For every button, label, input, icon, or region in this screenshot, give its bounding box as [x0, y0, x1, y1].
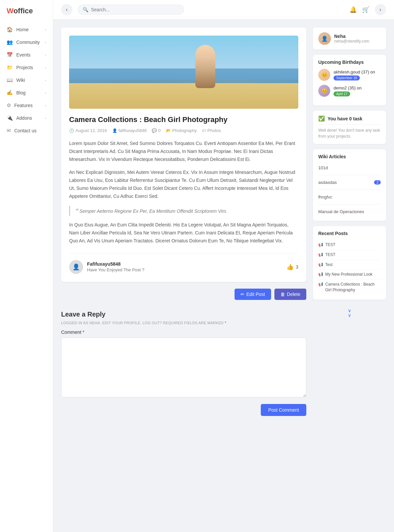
- check-icon: ✅: [318, 115, 325, 122]
- birthday-badge-1: September 18: [334, 75, 360, 80]
- recent-post-2[interactable]: 📢 Test: [318, 260, 381, 270]
- scroll-indicator: ∨ ∨: [313, 305, 386, 321]
- recent-post-text-0: TEST: [325, 242, 336, 248]
- chevron-icon: ›: [45, 40, 46, 44]
- sidebar-item-features[interactable]: ⚙Features ›: [0, 99, 53, 112]
- wiki-item-0[interactable]: 101d: [318, 163, 381, 172]
- wiki-div-1: [318, 190, 381, 190]
- user-name: Neha: [334, 34, 369, 39]
- birthday-badge-2: April 17: [334, 91, 350, 96]
- birthday-info-1: akhilesh.goud (37) on September 18: [334, 69, 375, 80]
- post-comment-button[interactable]: Post Comment: [261, 404, 306, 416]
- comment-label: Comment *: [61, 330, 306, 335]
- chevron-icon: ›: [45, 66, 46, 69]
- sidebar-item-wiki[interactable]: 📖Wiki ›: [0, 74, 53, 86]
- post-author-section: 👤 Fafifuxayu5848 Have You Enjoyed The Po…: [69, 253, 298, 274]
- cart-icon[interactable]: 🛒: [362, 6, 369, 13]
- birthday-item-1: 😊 akhilesh.goud (37) on September 18: [318, 69, 381, 81]
- author-details: Fafifuxayu5848 Have You Enjoyed The Post…: [87, 261, 145, 272]
- wiki-label-2: fhngfvc: [318, 195, 332, 200]
- post-author-meta: 👤 fafifuxayu5848: [112, 128, 147, 133]
- wiki-item-3[interactable]: Manual de Operaciones: [318, 207, 381, 216]
- post-blockquote: ❝ Semper Aeterno Regione Ex Per, Ea Ment…: [69, 206, 298, 216]
- sidebar-item-events[interactable]: 📅Events ›: [0, 49, 53, 61]
- beach-scene: [69, 36, 298, 109]
- post-icon-1: 📢: [318, 252, 323, 257]
- logo: Woffice: [0, 7, 53, 23]
- task-title: You have 0 task: [328, 116, 362, 121]
- back-button[interactable]: ‹: [61, 4, 72, 15]
- community-icon: 👥: [7, 39, 13, 45]
- events-icon: 📅: [7, 52, 13, 58]
- trash-icon: 🗑: [280, 292, 285, 297]
- post-body: Lorem Ipsum Dolor Sit Amet, Sed Summo Do…: [69, 140, 298, 245]
- sidebar-item-home[interactable]: 🏠Home ›: [0, 23, 53, 36]
- logo-w: W: [7, 7, 13, 15]
- notification-icon[interactable]: 🔔: [349, 6, 357, 13]
- birthday-avatar-1: 😊: [318, 69, 330, 81]
- delete-post-button[interactable]: 🗑 Delete: [274, 289, 306, 300]
- wiki-item-2[interactable]: fhngfvc: [318, 193, 381, 201]
- post-area: Camera Collections : Beach Girl Photogra…: [61, 28, 306, 416]
- home-icon: 🏠: [7, 27, 13, 33]
- contact-icon: ✉: [7, 128, 11, 134]
- like-section[interactable]: 👍 3: [286, 263, 298, 271]
- edit-icon: ✏: [241, 292, 245, 297]
- features-icon: ⚙: [7, 102, 11, 108]
- addons-icon: 🔌: [7, 115, 13, 121]
- recent-post-4[interactable]: 📢 Camera Collections : Beach Girl Photog…: [318, 280, 381, 295]
- sand: [69, 83, 298, 109]
- wiki-div-0: [318, 175, 381, 175]
- birthday-name-2: demo2 (35) on: [334, 85, 362, 90]
- wiki-badge-1: 2: [374, 180, 381, 185]
- sidebar-nav: 🏠Home › 👥Community › 📅Events › 📁Projects…: [0, 23, 53, 137]
- wiki-item-1[interactable]: asdasdas 2: [318, 178, 381, 187]
- recent-post-1[interactable]: 📢 TEST: [318, 250, 381, 260]
- user-email: neha@xtendify.com: [334, 39, 369, 44]
- logo-rest: office: [13, 7, 33, 15]
- user-avatar: 👤: [318, 32, 331, 45]
- birthday-item-2: 😊 demo2 (35) on April 17: [318, 85, 381, 97]
- chevron-down-1: ∨: [348, 308, 351, 313]
- recent-post-text-4: Camera Collections : Beach Girl Photogra…: [325, 282, 381, 293]
- comment-required-star: *: [83, 330, 84, 335]
- post-category-meta: 📂 Photography: [166, 128, 197, 133]
- sidebar-item-community[interactable]: 👥Community ›: [0, 36, 53, 49]
- post-card: Camera Collections : Beach Girl Photogra…: [61, 28, 306, 282]
- sidebar-item-blog[interactable]: ✍Blog ›: [0, 86, 53, 99]
- recent-post-0[interactable]: 📢 TEST: [318, 240, 381, 250]
- quote-icon: ❝: [75, 207, 78, 214]
- recent-post-3[interactable]: 📢 My New Professional Look: [318, 270, 381, 280]
- search-input[interactable]: [91, 7, 179, 12]
- figure: [195, 45, 215, 88]
- edit-post-button[interactable]: ✏ ✏ Edit Post Edit Post: [235, 289, 271, 300]
- forward-button[interactable]: ›: [375, 4, 386, 15]
- sidebar-item-contact[interactable]: ✉Contact us: [0, 124, 53, 137]
- content-wrapper: Camera Collections : Beach Girl Photogra…: [53, 20, 394, 532]
- wiki-div-2: [318, 204, 381, 204]
- recent-posts-title: Recent Posts: [318, 231, 381, 236]
- post-icon-3: 📢: [318, 272, 323, 277]
- search-bar: 🔍: [78, 5, 184, 15]
- wiki-card: Wiki Articles 101d asdasdas 2 fhngfvc Ma…: [313, 149, 386, 221]
- post-image: [69, 36, 298, 109]
- comment-icon: 💬: [152, 128, 157, 133]
- author-info: 👤 Fafifuxayu5848 Have You Enjoyed The Po…: [69, 260, 145, 274]
- sidebar-item-projects[interactable]: 📁Projects ›: [0, 61, 53, 74]
- folder-icon: 📂: [166, 128, 171, 133]
- comment-textarea[interactable]: [61, 337, 306, 397]
- post-icon-0: 📢: [318, 242, 323, 247]
- user-info: Neha neha@xtendify.com: [334, 34, 369, 44]
- chevron-down-2: ∨: [348, 313, 351, 318]
- sidebar-item-addons[interactable]: 🔌Addons ›: [0, 112, 53, 124]
- right-sidebar: 👤 Neha neha@xtendify.com Upcoming Birthd…: [313, 28, 386, 321]
- post-paragraph-3: In Quo Eius Augue, An Eum Clita Impedit …: [69, 221, 298, 245]
- chevron-icon: ›: [45, 53, 46, 57]
- tasks-card: ✅ You have 0 task Well done! You don't h…: [313, 111, 386, 144]
- comment-logged-text: LOGGED IN AS NEHA. EDIT YOUR PROFILE. LO…: [61, 321, 306, 325]
- topbar: ‹ 🔍 🔔 🛒 ›: [53, 0, 394, 20]
- wiki-label-3: Manual de Operaciones: [318, 209, 364, 214]
- wiki-title: Wiki Articles: [318, 154, 381, 159]
- blog-icon: ✍: [7, 90, 13, 96]
- like-count: 3: [296, 264, 298, 270]
